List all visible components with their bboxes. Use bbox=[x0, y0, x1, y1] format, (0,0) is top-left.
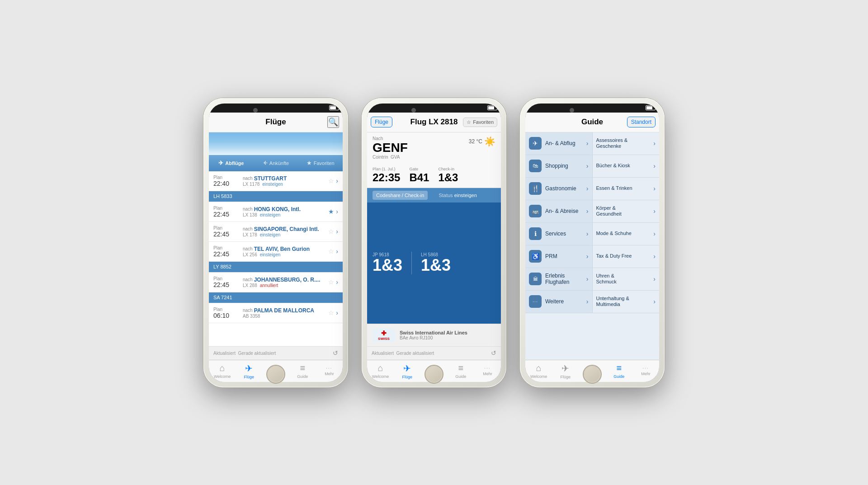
airline-info: Swiss International Air Lines BAe Avro R… bbox=[400, 330, 467, 340]
screen-guide: Guide Standort ✈ An- & Abflug › Assessoi… bbox=[525, 104, 659, 382]
phone-detail: Flüge Flug LX 2818 ☆ Favoriten Nach GENF… bbox=[362, 98, 506, 387]
guide-left-gastro[interactable]: 🍴 Gastronomie › bbox=[525, 178, 593, 200]
refresh-button-1[interactable]: ↺ bbox=[333, 349, 338, 357]
tab-abfluege[interactable]: ✈ Abflüge bbox=[209, 155, 254, 171]
guide-right-assessoires[interactable]: Assessoires &Geschenke › bbox=[593, 132, 660, 155]
flight-row-telaviv[interactable]: Plan 22:45 nach TEL AVIV, Ben Gurion LX … bbox=[209, 242, 343, 262]
guide-icon-1: ≡ bbox=[300, 363, 305, 373]
destination-sub: Cointrin GVA bbox=[373, 155, 495, 160]
home-button-3[interactable] bbox=[583, 365, 602, 384]
guide-left-shopping[interactable]: 🛍 Shopping › bbox=[525, 155, 593, 177]
gate-jp9618: JP 9618 1&3 bbox=[373, 252, 402, 273]
guide-left-abflug[interactable]: ✈ An- & Abflug › bbox=[525, 132, 593, 155]
tab-fluege-2[interactable]: ✈ Flüge bbox=[394, 360, 420, 382]
nav-title-guide: Guide bbox=[581, 118, 603, 127]
chevron-icon: › bbox=[586, 140, 589, 147]
chevron-icon: › bbox=[653, 185, 656, 192]
tab-guide-3[interactable]: ≡ Guide bbox=[606, 360, 632, 382]
more-icon-2: ··· bbox=[484, 366, 491, 371]
tab-mehr-2[interactable]: ··· Mehr bbox=[474, 360, 501, 382]
flight-row-johannesburg[interactable]: Plan 22:45 nach JOHANNESBURG, O. R.... L… bbox=[209, 273, 343, 292]
guide-left-weitere[interactable]: ··· Weitere › bbox=[525, 291, 593, 313]
chevron-icon: › bbox=[653, 162, 656, 170]
guide-right-koerper[interactable]: Körper &Gesundheit › bbox=[593, 200, 660, 222]
star-icon-stuttgart: ☆ bbox=[328, 177, 334, 184]
chevron-icon: › bbox=[586, 253, 589, 260]
guide-left-prm[interactable]: ♿ PRM › bbox=[525, 245, 593, 268]
tab-ankuenfte[interactable]: ✈ Ankünfte bbox=[254, 155, 298, 171]
more-icon-3: ··· bbox=[642, 366, 649, 371]
plane-icon-2: ✈ bbox=[403, 363, 411, 374]
tab-codeshare[interactable]: Codeshare / Check-in bbox=[373, 191, 428, 200]
chevron-icon: › bbox=[336, 278, 338, 286]
phone-flights: Flüge 🔍 ✈ Abflüge ✈ Ankünfte bbox=[203, 98, 348, 387]
flight-row-singapore[interactable]: Plan 22:45 nach SINGAPORE, Changi Intl. … bbox=[209, 222, 343, 242]
tab-fluege-1[interactable]: ✈ Flüge bbox=[236, 360, 262, 382]
home-icon-3: ⌂ bbox=[536, 363, 542, 373]
chevron-icon: › bbox=[653, 230, 656, 237]
home-button-2[interactable] bbox=[425, 365, 443, 384]
back-button[interactable]: Flüge bbox=[371, 117, 392, 127]
guide-row-erlebnis: 🏛 ErlebnisFlughafen › Uhren &Schmuck › bbox=[525, 268, 659, 291]
guide-right-uhren[interactable]: Uhren &Schmuck › bbox=[593, 268, 660, 290]
guide-right-tax[interactable]: Tax & Duty Free › bbox=[593, 245, 660, 268]
search-button[interactable]: 🔍 bbox=[327, 116, 339, 128]
guide-list: ✈ An- & Abflug › Assessoires &Geschenke … bbox=[525, 132, 659, 360]
tab-welcome-1[interactable]: ⌂ Welcome bbox=[209, 360, 236, 382]
erlebnis-icon: 🏛 bbox=[529, 273, 542, 285]
tab-mehr-3[interactable]: ··· Mehr bbox=[632, 360, 659, 382]
tab-welcome-3[interactable]: ⌂ Welcome bbox=[525, 360, 552, 382]
chevron-icon: › bbox=[653, 275, 656, 283]
guide-row-weitere: ··· Weitere › Unterhaltung &Multimedia › bbox=[525, 291, 659, 313]
gastro-icon: 🍴 bbox=[529, 182, 542, 195]
star-icon-singapore: ☆ bbox=[328, 228, 334, 235]
tab-fluege-3[interactable]: ✈ Flüge bbox=[552, 360, 579, 382]
plane-departures-icon: ✈ bbox=[218, 160, 223, 166]
gate-block: Gate B41 bbox=[409, 167, 429, 184]
chevron-icon: › bbox=[586, 230, 589, 237]
flight-row-hongkong[interactable]: Plan 22:45 nach HONG KONG, Intl. LX 138 … bbox=[209, 202, 343, 222]
tab-mehr-1[interactable]: ··· Mehr bbox=[316, 360, 343, 382]
tab-guide-2[interactable]: ≡ Guide bbox=[448, 360, 474, 382]
guide-row-shopping: 🛍 Shopping › Bücher & Kiosk › bbox=[525, 155, 659, 178]
guide-left-services[interactable]: ℹ Services › bbox=[525, 223, 593, 245]
standort-button[interactable]: Standort bbox=[627, 117, 656, 127]
favorite-button[interactable]: ☆ Favoriten bbox=[463, 118, 497, 127]
chevron-icon: › bbox=[336, 248, 338, 255]
flight-row-stuttgart[interactable]: Plan 22:40 nach STUTTGART LX 1178 einste… bbox=[209, 171, 343, 191]
refresh-button-2[interactable]: ↺ bbox=[491, 349, 496, 357]
flight-row-palma[interactable]: Plan 06:10 nach PALMA DE MALLORCA AB 335… bbox=[209, 303, 343, 323]
weitere-icon: ··· bbox=[529, 295, 542, 308]
codeshare-row-ly8852: LY 8852 bbox=[209, 262, 343, 273]
star-icon-jhb: ☆ bbox=[328, 278, 334, 286]
guide-left-abreise[interactable]: 🚌 An- & Abreise › bbox=[525, 200, 593, 222]
guide-right-buecher[interactable]: Bücher & Kiosk › bbox=[593, 155, 660, 177]
shopping-guide-icon: 🛍 bbox=[529, 160, 542, 172]
temperature-display: 32 °C ☀️ bbox=[469, 136, 495, 147]
tab-welcome-2[interactable]: ⌂ Welcome bbox=[367, 360, 394, 382]
guide-right-mode[interactable]: Mode & Schuhe › bbox=[593, 223, 660, 245]
chevron-icon: › bbox=[336, 228, 338, 235]
status-footer-1: Aktualisiert Gerade aktualisiert ↺ bbox=[209, 346, 343, 360]
tab-favoriten[interactable]: ★ Favoriten bbox=[298, 155, 343, 171]
guide-right-essen[interactable]: Essen & Trinken › bbox=[593, 178, 660, 200]
chevron-icon: › bbox=[336, 309, 338, 316]
tab-status[interactable]: Status einsteigen bbox=[435, 191, 480, 200]
plan-block: Plan (1. Jul.) 22:35 bbox=[373, 167, 400, 184]
abreise-icon: 🚌 bbox=[529, 205, 542, 217]
checkin-block: Check-in 1&3 bbox=[438, 167, 458, 184]
nav-title-detail: Flug LX 2818 bbox=[410, 118, 458, 127]
guide-right-unterhaltung[interactable]: Unterhaltung &Multimedia › bbox=[593, 291, 660, 313]
guide-icon-3: ≡ bbox=[616, 363, 622, 373]
status-footer-2: Aktualisiert Gerade aktualisiert ↺ bbox=[367, 346, 501, 360]
guide-left-erlebnis[interactable]: 🏛 ErlebnisFlughafen › bbox=[525, 268, 593, 290]
info-icon: ℹ bbox=[529, 227, 542, 240]
plane-arrivals-icon: ✈ bbox=[263, 160, 268, 166]
guide-row-abreise: 🚌 An- & Abreise › Körper &Gesundheit › bbox=[525, 200, 659, 223]
home-button-1[interactable] bbox=[266, 365, 285, 384]
chevron-icon: › bbox=[653, 207, 656, 215]
chevron-icon: › bbox=[586, 162, 589, 170]
tab-guide-1[interactable]: ≡ Guide bbox=[289, 360, 316, 382]
star-icon-palma: ☆ bbox=[328, 309, 334, 316]
status-bar-3 bbox=[525, 104, 659, 113]
